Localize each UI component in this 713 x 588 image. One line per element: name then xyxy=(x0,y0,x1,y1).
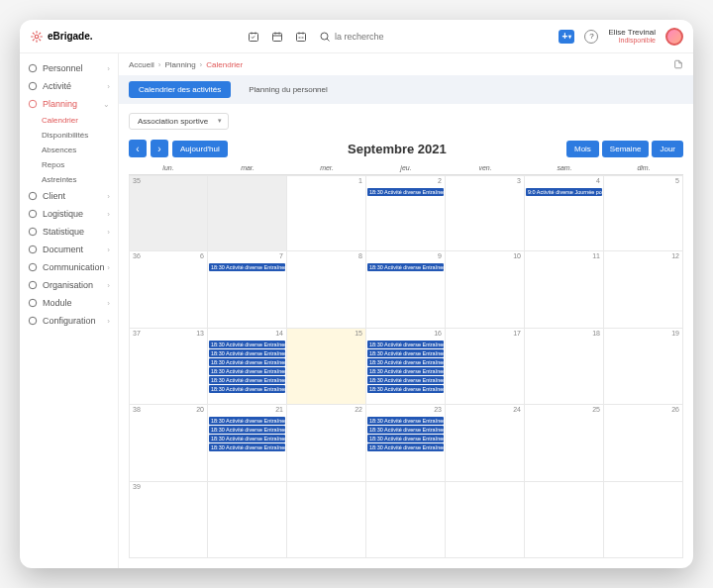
calendar-cell[interactable]: 2118:30 Activité diverse Entraîneme18:30… xyxy=(208,405,287,481)
sidebar-item-planning[interactable]: Planning⌄ xyxy=(20,95,118,113)
sidebar-item-communication[interactable]: Communication› xyxy=(20,258,118,276)
calendar-event[interactable]: 18:30 Activité diverse Entraîneme xyxy=(209,376,285,384)
next-button[interactable]: › xyxy=(151,140,168,157)
calendar-event[interactable]: 18:30 Activité diverse Entraîneme xyxy=(367,188,444,196)
calendar-cell[interactable] xyxy=(208,482,287,558)
calendar-cell[interactable]: 24 xyxy=(446,405,525,481)
calendar-event[interactable]: 18:30 Activité diverse Entraîneme xyxy=(209,349,285,357)
crumb-home[interactable]: Accueil xyxy=(129,60,154,69)
calendar-event[interactable]: 18:30 Activité diverse Entraîneme xyxy=(367,358,444,366)
calendar-cell[interactable]: 15 xyxy=(287,329,366,405)
search-input[interactable] xyxy=(335,32,404,42)
calendar-event[interactable]: 18:30 Activité diverse Entraîneme xyxy=(367,435,444,442)
calendar-cell[interactable]: 3 xyxy=(446,175,525,251)
calendar-cell[interactable]: 25 xyxy=(525,405,604,481)
calendar-event[interactable]: 18:30 Activité diverse Entraîneme xyxy=(209,358,285,366)
calendar-cell[interactable]: 10 xyxy=(446,251,525,328)
calendar-event[interactable]: 18:30 Activité diverse Entraîneme xyxy=(209,426,285,434)
sidebar-item-client[interactable]: Client› xyxy=(20,187,118,205)
calendar-cell[interactable]: 718:30 Activité diverse Entraîneme xyxy=(208,251,287,328)
calendar-cell[interactable]: 12 xyxy=(604,251,683,328)
view-month[interactable]: Mois xyxy=(566,141,599,157)
calendar-event[interactable]: 18:30 Activité diverse Entraîneme xyxy=(209,341,285,348)
calendar-cell[interactable]: 8 xyxy=(287,251,366,328)
calendar-cell[interactable]: 49:0 Activité diverse Journée porte xyxy=(525,175,604,251)
crumb-planning[interactable]: Planning xyxy=(164,60,195,69)
svg-point-15 xyxy=(29,317,37,325)
calendar-cell[interactable] xyxy=(525,482,604,558)
calendar-event[interactable]: 18:30 Activité diverse Entraîneme xyxy=(367,341,444,348)
add-button[interactable]: +▾ xyxy=(559,30,574,44)
calendar-cell[interactable] xyxy=(287,482,366,558)
calendar-event[interactable]: 18:30 Activité diverse Entraîneme xyxy=(367,367,444,375)
document-icon[interactable] xyxy=(673,59,683,69)
avatar[interactable] xyxy=(665,28,683,46)
filter-select[interactable]: Association sportive xyxy=(129,113,229,130)
calendar-cell[interactable] xyxy=(446,482,525,558)
today-button[interactable]: Aujourd'hui xyxy=(172,141,228,157)
sidebar-item-organisation[interactable]: Organisation› xyxy=(20,276,118,294)
calendar-cell[interactable]: 17 xyxy=(446,329,525,405)
calendar-event[interactable]: 18:30 Activité diverse Entraîneme xyxy=(367,417,444,425)
calendar-cell[interactable] xyxy=(604,482,683,558)
search-box[interactable] xyxy=(319,31,404,43)
calendar-cell[interactable]: 1337 xyxy=(129,329,208,405)
calendar-event[interactable]: 18:30 Activité diverse Entraîneme xyxy=(367,263,444,271)
sidebar-item-configuration[interactable]: Configuration› xyxy=(20,312,118,330)
calendar-cell[interactable]: 2038 xyxy=(129,405,208,481)
calendar-event[interactable]: 9:0 Activité diverse Journée porte xyxy=(526,188,602,196)
calendar-cell[interactable]: 918:30 Activité diverse Entraîneme xyxy=(366,251,446,328)
check-calendar-icon[interactable] xyxy=(248,31,259,43)
calendar-cell[interactable]: 19 xyxy=(604,329,683,405)
calendar-event[interactable]: 18:30 Activité diverse Entraîneme xyxy=(209,417,285,425)
sidebar-sub-disponibilités[interactable]: Disponibilités xyxy=(42,128,118,143)
user-info[interactable]: Elise Trevinal Indisponible xyxy=(608,29,656,44)
calendar-event[interactable]: 18:30 Activité diverse Entraîneme xyxy=(209,367,285,375)
sidebar-sub-repos[interactable]: Repos xyxy=(42,157,118,172)
tab-activities[interactable]: Calendrier des activités xyxy=(129,81,231,98)
calendar-cell[interactable]: 11 xyxy=(525,251,604,328)
calendar-cell[interactable]: 1 xyxy=(287,175,366,251)
calendar-cell[interactable] xyxy=(208,175,287,251)
calendar-event[interactable]: 18:30 Activité diverse Entraîneme xyxy=(209,443,285,451)
sidebar-item-logistique[interactable]: Logistique› xyxy=(20,205,118,223)
calendar-cell[interactable]: 1418:30 Activité diverse Entraîneme18:30… xyxy=(208,329,287,405)
view-day[interactable]: Jour xyxy=(652,141,683,157)
sidebar-sub-calendrier[interactable]: Calendrier xyxy=(42,113,118,128)
help-icon[interactable]: ? xyxy=(584,30,598,44)
sidebar-item-document[interactable]: Document› xyxy=(20,241,118,258)
sidebar-item-personnel[interactable]: Personnel› xyxy=(20,59,118,77)
calendar-cell[interactable]: 39 xyxy=(129,482,208,558)
calendar-event[interactable]: 18:30 Activité diverse Entraîneme xyxy=(367,426,444,434)
menu-icon xyxy=(28,280,38,290)
calendar-event[interactable]: 18:30 Activité diverse Entraîneme xyxy=(367,349,444,357)
sidebar-item-module[interactable]: Module› xyxy=(20,294,118,312)
calendar-event[interactable]: 18:30 Activité diverse Entraîneme xyxy=(367,443,444,451)
tab-personnel[interactable]: Planning du personnel xyxy=(239,81,338,98)
prev-button[interactable]: ‹ xyxy=(129,140,147,157)
calendar-cell[interactable]: 2318:30 Activité diverse Entraîneme18:30… xyxy=(366,405,446,481)
sidebar-sub-astreintes[interactable]: Astreintes xyxy=(42,172,118,187)
calendar-cell[interactable]: 18 xyxy=(525,329,604,405)
calendar-cell[interactable]: 22 xyxy=(287,405,366,481)
calendar-range-icon[interactable] xyxy=(295,31,307,43)
calendar-cell[interactable]: 1618:30 Activité diverse Entraîneme18:30… xyxy=(366,329,446,405)
calendar-cell[interactable]: 636 xyxy=(129,251,208,328)
day-number: 2 xyxy=(438,177,442,184)
calendar-event[interactable]: 18:30 Activité diverse Entraîneme xyxy=(209,385,285,393)
calendar-event[interactable]: 18:30 Activité diverse Entraîneme xyxy=(209,435,285,442)
calendar-cell[interactable]: 35 xyxy=(129,175,208,251)
sidebar-sub-absences[interactable]: Absences xyxy=(42,143,118,157)
sidebar-item-activité[interactable]: Activité› xyxy=(20,77,118,95)
calendar-event[interactable]: 18:30 Activité diverse Entraîneme xyxy=(209,263,285,271)
calendar-event[interactable]: 18:30 Activité diverse Entraîneme xyxy=(367,385,444,393)
calendar-event[interactable]: 18:30 Activité diverse Entraîneme xyxy=(367,376,444,384)
calendar-cell[interactable]: 218:30 Activité diverse Entraîneme xyxy=(366,175,446,251)
calendar-cell[interactable]: 26 xyxy=(604,405,683,481)
calendar-icon[interactable] xyxy=(271,31,283,43)
calendar-cell[interactable] xyxy=(366,482,446,558)
logo[interactable]: eBrigade. xyxy=(30,30,93,44)
calendar-cell[interactable]: 5 xyxy=(604,175,683,251)
sidebar-item-statistique[interactable]: Statistique› xyxy=(20,223,118,241)
view-week[interactable]: Semaine xyxy=(602,141,650,157)
